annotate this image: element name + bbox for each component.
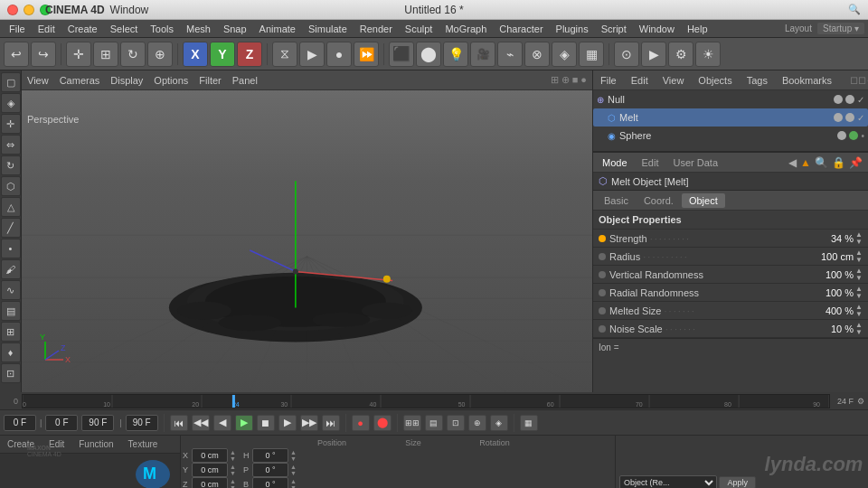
vp-tab-display[interactable]: Display	[110, 75, 143, 86]
menu-snap[interactable]: Snap	[218, 22, 252, 36]
viewport-canvas[interactable]: Perspective	[22, 90, 592, 392]
mode-btn5[interactable]: ◈	[490, 415, 508, 431]
menu-animate[interactable]: Animate	[254, 22, 301, 36]
record-button[interactable]: ●	[352, 415, 370, 431]
point-icon[interactable]: •	[1, 239, 21, 258]
rrandom-dot[interactable]	[599, 289, 606, 296]
props-tab-userdata[interactable]: User Data	[670, 155, 722, 170]
step-fwd-button[interactable]: ▶	[278, 415, 297, 431]
effector-tool[interactable]: ⊗	[524, 42, 550, 67]
melt-vis-dot2[interactable]	[845, 113, 854, 122]
scale-tool[interactable]: ⊞	[93, 42, 118, 67]
null-vis-dot1[interactable]	[834, 95, 843, 104]
step-back-button[interactable]: ◀	[213, 415, 231, 431]
nscale-dot[interactable]	[599, 325, 606, 333]
msize-arrows[interactable]: ▲▼	[855, 304, 863, 318]
props-lock-icon[interactable]: 🔒	[832, 156, 845, 169]
rotate-tool[interactable]: ↻	[120, 42, 146, 67]
strength-dot[interactable]	[599, 235, 606, 242]
polygon-icon[interactable]: △	[1, 197, 21, 217]
ptab-basic[interactable]: Basic	[597, 193, 636, 208]
close-button[interactable]	[7, 5, 18, 15]
object-row-sphere[interactable]: ◉ Sphere •	[593, 127, 868, 145]
render-active-button[interactable]: ▶	[641, 42, 666, 67]
vp-tab-view[interactable]: View	[27, 75, 49, 86]
apply-button[interactable]: Apply	[719, 476, 756, 488]
sphere-tool[interactable]: ⬤	[416, 42, 441, 67]
move-tool[interactable]: ✛	[66, 42, 91, 67]
rot-b-input[interactable]	[252, 477, 288, 488]
prev-frame-button[interactable]: ◀◀	[192, 415, 210, 431]
menu-simulate[interactable]: Simulate	[303, 22, 353, 36]
obj-menu-edit[interactable]: Edit	[627, 74, 652, 87]
obj-menu-file[interactable]: File	[597, 74, 620, 87]
vrandom-arrows[interactable]: ▲▼	[855, 267, 863, 282]
msize-value[interactable]: 400 %	[804, 305, 854, 316]
select-tool[interactable]: ⊕	[147, 42, 173, 67]
radius-dot[interactable]	[599, 253, 606, 260]
live-select-icon[interactable]: ◈	[1, 93, 21, 113]
pos-y-input[interactable]	[192, 463, 228, 477]
sun-button[interactable]: ☀	[695, 42, 721, 67]
record-button[interactable]: ●	[326, 42, 352, 67]
obj-menu-tags[interactable]: Tags	[743, 74, 771, 87]
obj-menu-bookmarks[interactable]: Bookmarks	[778, 74, 835, 87]
menu-select[interactable]: Select	[105, 22, 144, 36]
null-vis-dot2[interactable]	[845, 95, 854, 104]
uv-icon[interactable]: ⊡	[1, 363, 21, 383]
bct-texture[interactable]: Texture	[125, 438, 162, 450]
goto-start-button[interactable]: ⏮	[170, 415, 188, 431]
menu-edit[interactable]: Edit	[33, 22, 61, 36]
frame-current-input[interactable]	[45, 415, 78, 431]
auto-key-button[interactable]: ⬤	[373, 415, 392, 431]
obj-menu-objects[interactable]: Objects	[694, 74, 735, 87]
material-tool[interactable]: ◈	[552, 42, 577, 67]
redo-button[interactable]: ↪	[31, 42, 56, 67]
object-row-null[interactable]: ⊕ Null ✓	[593, 90, 868, 108]
props-search-icon[interactable]: 🔍	[815, 156, 828, 169]
snap-btn[interactable]: ▦	[520, 415, 538, 431]
menu-plugins[interactable]: Plugins	[551, 22, 594, 36]
window-menu[interactable]: Window	[110, 4, 149, 16]
pos-x-input[interactable]	[192, 448, 228, 463]
menu-script[interactable]: Script	[596, 22, 632, 36]
nscale-value[interactable]: 10 %	[804, 324, 854, 334]
menu-mesh[interactable]: Mesh	[181, 22, 216, 36]
rot-p-arrows[interactable]: ▲▼	[290, 464, 297, 476]
menu-help[interactable]: Help	[682, 22, 713, 36]
frame-end-input[interactable]	[81, 415, 114, 431]
vrandom-dot[interactable]	[599, 271, 606, 278]
spline-icon[interactable]: ∿	[1, 280, 21, 300]
paint-icon[interactable]: 🖌	[1, 259, 21, 279]
radius-arrows[interactable]: ▲▼	[855, 249, 863, 264]
mode-btn3[interactable]: ⊡	[447, 415, 465, 431]
menu-render[interactable]: Render	[354, 22, 398, 36]
play-forward-button[interactable]: ⏩	[354, 42, 379, 67]
select-icon[interactable]: ▢	[1, 72, 21, 92]
rot-p-input[interactable]	[252, 463, 288, 477]
play-button[interactable]: ▶	[235, 415, 253, 431]
light-tool[interactable]: 💡	[443, 42, 468, 67]
bct-function[interactable]: Function	[75, 438, 117, 450]
props-collapse-icon[interactable]: ◀	[788, 156, 797, 169]
object-icon[interactable]: ⬡	[1, 176, 21, 196]
menu-tools[interactable]: Tools	[145, 22, 179, 36]
nscale-arrows[interactable]: ▲▼	[855, 322, 863, 336]
vp-tab-cameras[interactable]: Cameras	[60, 75, 100, 86]
obj-menu-view[interactable]: View	[659, 74, 688, 87]
keyframe-button[interactable]: ⧖	[272, 42, 297, 67]
animation-button[interactable]: ▶	[299, 42, 325, 67]
strength-arrows[interactable]: ▲▼	[855, 231, 863, 246]
rot-h-input[interactable]	[252, 448, 288, 463]
frame-max-input[interactable]	[126, 415, 158, 431]
props-pin-icon[interactable]: 📌	[849, 156, 863, 169]
scale-icon[interactable]: ⇔	[1, 135, 21, 155]
menu-sculpt[interactable]: Sculpt	[400, 22, 439, 36]
menu-mograph[interactable]: MoGraph	[439, 22, 492, 36]
vp-tab-filter[interactable]: Filter	[199, 75, 221, 86]
timeline-bar[interactable]: 0 10 20 24 30 40 50 60 70 80 90	[22, 394, 830, 408]
radius-value[interactable]: 100 cm	[804, 251, 854, 262]
coord-mode-select[interactable]: Object (Re...	[619, 475, 717, 488]
move-icon[interactable]: ✛	[1, 114, 21, 134]
props-tab-edit[interactable]: Edit	[638, 155, 663, 170]
